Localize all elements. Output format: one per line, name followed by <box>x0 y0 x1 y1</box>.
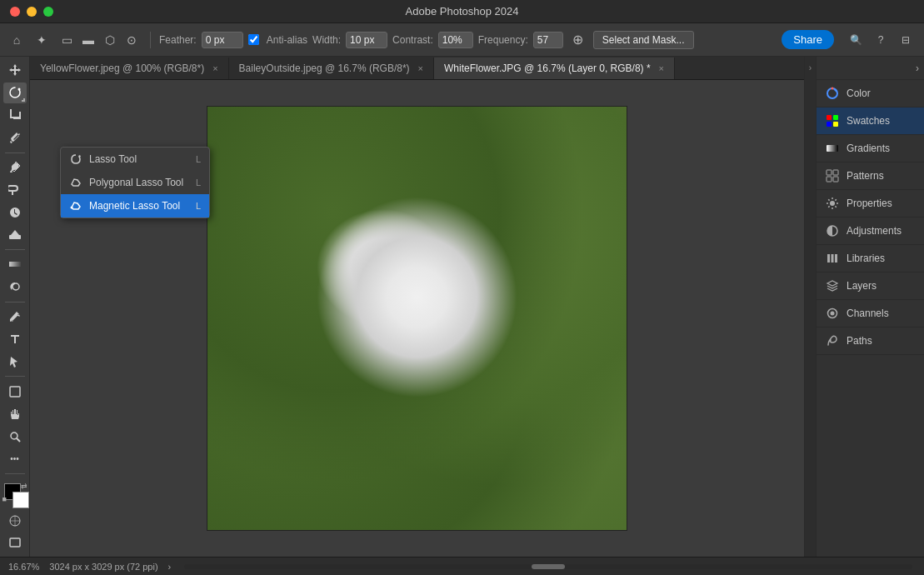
select-mask-button[interactable]: Select and Mask... <box>593 31 694 49</box>
left-toolbar-sep-2 <box>5 249 25 250</box>
shape-tool[interactable] <box>3 381 27 402</box>
svg-point-9 <box>78 155 80 157</box>
panel-item-paths[interactable]: Paths <box>817 328 924 355</box>
panel-label-gradients: Gradients <box>847 142 890 154</box>
crop-tool[interactable] <box>3 105 27 126</box>
svg-rect-18 <box>827 170 832 175</box>
col-select-icon[interactable]: ▬ <box>78 30 98 50</box>
anti-alias-checkbox[interactable] <box>248 34 259 45</box>
tab-close-1[interactable]: × <box>418 63 423 73</box>
svg-rect-2 <box>9 262 21 267</box>
stamp-tool[interactable] <box>3 179 27 200</box>
properties-panel-icon <box>825 196 840 211</box>
panel-item-color[interactable]: Color <box>817 80 924 108</box>
polygonal-lasso-tool-option[interactable]: Polygonal Lasso Tool L <box>61 171 209 194</box>
panel-top-controls: › <box>817 57 924 80</box>
magic-wand-icon[interactable]: ✦ <box>32 30 52 50</box>
rect-select-icon[interactable]: ▭ <box>57 30 77 50</box>
share-button[interactable]: Share <box>782 30 834 49</box>
anti-alias-label: Anti-alias <box>267 34 307 46</box>
status-bar: 16.67% 3024 px x 3029 px (72 ppi) › <box>0 557 924 575</box>
more-tools[interactable]: ••• <box>3 448 27 469</box>
lasso-icon[interactable]: ⊙ <box>122 30 142 50</box>
left-toolbar-sep-5 <box>5 473 25 474</box>
channels-panel-icon <box>825 306 840 321</box>
tab-white-flower[interactable]: WhiteFlower.JPG @ 16.7% (Layer 0, RGB/8)… <box>434 58 675 79</box>
brush-tool[interactable] <box>3 158 27 178</box>
svg-rect-13 <box>827 115 832 120</box>
lasso-tool-label: Lasso Tool <box>89 153 137 165</box>
hand-tool[interactable] <box>3 403 27 424</box>
lasso-tool-option[interactable]: Lasso Tool L <box>61 148 209 171</box>
contrast-input[interactable] <box>438 32 473 48</box>
svg-point-3 <box>12 283 19 290</box>
svg-rect-26 <box>835 254 837 262</box>
panel-item-swatches[interactable]: Swatches <box>817 108 924 135</box>
history-brush-tool[interactable] <box>3 202 27 222</box>
polygonal-lasso-label: Polygonal Lasso Tool <box>89 177 183 188</box>
frequency-label: Frequency: <box>478 34 528 46</box>
path-select-tool[interactable] <box>3 352 27 372</box>
color-panel-icon <box>825 86 840 101</box>
close-button[interactable] <box>10 7 20 17</box>
search-icon[interactable]: 🔍 <box>844 28 867 52</box>
background-color[interactable] <box>12 492 29 508</box>
refine-icon[interactable]: ⊕ <box>568 30 588 50</box>
width-input[interactable] <box>346 32 387 48</box>
maximize-button[interactable] <box>43 7 53 17</box>
panel-item-layers[interactable]: Layers <box>817 272 924 300</box>
paths-panel-icon <box>825 333 840 348</box>
text-tool[interactable] <box>3 329 27 350</box>
panel-item-patterns[interactable]: Patterns <box>817 162 924 190</box>
scrollbar-thumb[interactable] <box>532 564 565 569</box>
svg-rect-25 <box>832 254 834 262</box>
minimize-button[interactable] <box>27 7 37 17</box>
document-dimensions: 3024 px x 3029 px (72 ppi) <box>49 562 157 572</box>
panel-label-paths: Paths <box>847 335 872 347</box>
default-colors-icon[interactable]: ■ <box>2 495 7 503</box>
tabs-bar: YellowFlower.jpeg @ 100% (RGB/8*) × Bail… <box>30 57 804 80</box>
panel-item-libraries[interactable]: Libraries <box>817 245 924 272</box>
eyedropper-tool[interactable] <box>3 128 27 148</box>
toolbar-sep-1 <box>150 32 151 48</box>
swatches-panel-icon <box>825 113 840 128</box>
frequency-input[interactable] <box>533 32 563 48</box>
top-toolbar: ⌂ ✦ ▭ ▬ ⬡ ⊙ Feather: Anti-alias Width: C… <box>0 23 924 57</box>
panel-section-layers: Layers Channels Paths <box>817 272 924 355</box>
quick-mask-btn[interactable] <box>3 510 27 531</box>
right-panel-collapse[interactable]: › <box>804 57 816 557</box>
svg-rect-20 <box>827 177 832 182</box>
panel-item-channels[interactable]: Channels <box>817 300 924 328</box>
status-nav-arrow[interactable]: › <box>168 562 172 572</box>
zoom-tool[interactable] <box>3 426 27 447</box>
canvas-image[interactable] <box>207 106 627 531</box>
magnetic-lasso-tool-option[interactable]: Magnetic Lasso Tool L <box>61 194 209 218</box>
tab-close-0[interactable]: × <box>212 63 217 73</box>
panel-item-gradients[interactable]: Gradients <box>817 135 924 162</box>
panel-collapse-arrow[interactable]: › <box>916 62 919 74</box>
gradient-tool[interactable] <box>3 254 27 275</box>
move-tool[interactable] <box>3 60 27 81</box>
transform-icon[interactable]: ⬡ <box>100 30 120 50</box>
panel-item-properties[interactable]: Properties <box>817 190 924 218</box>
help-icon[interactable]: ? <box>869 28 892 52</box>
collapse-arrow-icon: › <box>809 63 812 72</box>
tab-yellow-flower[interactable]: YellowFlower.jpeg @ 100% (RGB/8*) × <box>30 58 229 79</box>
pen-tool[interactable] <box>3 307 27 328</box>
arrange-icon[interactable]: ⊟ <box>894 28 917 52</box>
horizontal-scrollbar[interactable] <box>184 564 912 569</box>
svg-point-10 <box>71 207 73 209</box>
panel-item-adjustments[interactable]: Adjustments <box>817 218 924 245</box>
svg-rect-16 <box>833 122 838 127</box>
left-toolbar: ••• ⇄ ■ <box>0 57 30 557</box>
swap-colors-icon[interactable]: ⇄ <box>21 482 27 490</box>
screen-mode-btn[interactable] <box>3 532 27 553</box>
contrast-label: Contrast: <box>392 34 433 46</box>
burn-dodge-tool[interactable] <box>3 277 27 298</box>
eraser-tool[interactable] <box>3 224 27 245</box>
feather-input[interactable] <box>202 32 243 48</box>
lasso-tool[interactable] <box>3 82 27 103</box>
tab-close-2[interactable]: × <box>659 63 664 73</box>
tab-bailey-outside[interactable]: BaileyOutside.jpeg @ 16.7% (RGB/8*) × <box>229 58 434 79</box>
home-icon[interactable]: ⌂ <box>7 30 27 50</box>
